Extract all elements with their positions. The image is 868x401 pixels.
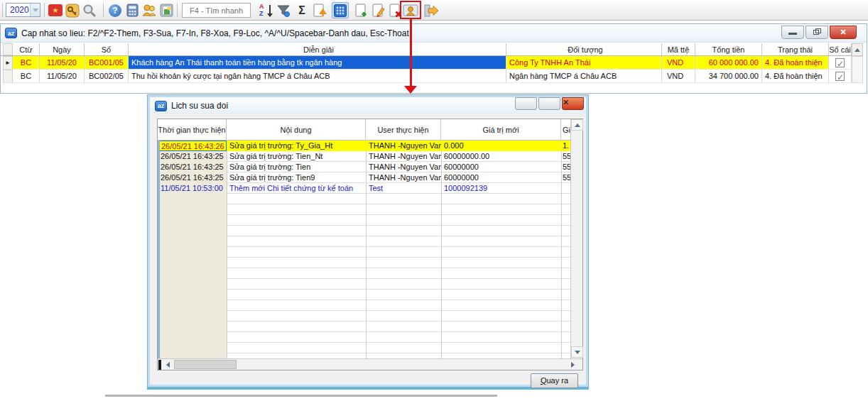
dialog-close-button[interactable]: ✕ [562,97,584,110]
column-header-tong-tien[interactable]: Tổng tiền [695,43,762,55]
sum-button[interactable]: Σ [293,2,310,18]
filter-button[interactable] [275,2,292,18]
cell-tong-tien[interactable]: 34 700 000.00 [695,70,762,83]
cell-new-value[interactable]: 60000000 [441,162,561,172]
cell-user[interactable]: THANH -Nguyen Van Tha [366,141,441,151]
cell-user[interactable]: THANH -Nguyen Van Tha [366,162,441,172]
restore-button[interactable] [805,26,828,39]
cell-tong-tien[interactable]: 60 000 000.00 [695,56,762,70]
cell-dien-giai-selected[interactable]: Khách hàng An Thái thanh toán tiền hàng … [129,56,506,70]
login-key-button[interactable] [64,2,81,18]
main-scrollbar-track[interactable] [852,56,863,83]
cell-old-value[interactable] [561,183,570,194]
column-header-dien-giai[interactable]: Diễn giải [129,43,506,55]
column-header-doi-tuong[interactable]: Đối tượng [506,43,662,55]
column-header-trang-thai[interactable]: Trạng thái [762,43,829,55]
exit-button[interactable] [423,2,440,18]
column-header-old-value[interactable]: Gi [561,119,570,141]
users-button[interactable] [141,2,158,18]
scroll-left-icon[interactable] [162,359,174,370]
column-header-so[interactable]: Số [85,43,129,55]
edit-record-button[interactable] [370,2,387,18]
close-button[interactable]: ✕ [830,26,857,39]
list-item[interactable]: 26/05/21 16:43:25 Sửa giá trị trường: Ti… [158,151,570,162]
add-record-button[interactable] [353,2,370,18]
dialog-minimize-button[interactable] [515,97,537,110]
cell-user[interactable]: Test [366,183,441,194]
pivot-grid-button[interactable] [332,2,349,18]
cell-new-value[interactable]: 1000092139 [441,183,561,194]
cell-time[interactable]: 26/05/21 16:43:25 [158,172,227,183]
dialog-vertical-scrollbar[interactable] [570,119,582,358]
cell-ngay[interactable]: 11/05/20 [40,56,85,70]
column-header-so-cai[interactable]: Sổ cái [829,43,852,55]
checkbox-checked[interactable] [835,72,845,81]
scroll-up-icon[interactable] [571,119,583,131]
chevron-down-icon[interactable] [30,4,40,16]
cell-old-value[interactable]: 55 [561,151,570,162]
column-header-new-value[interactable]: Giá trị mới [441,119,561,141]
cell-doi-tuong[interactable]: Ngân hàng TMCP á Châu ACB [506,70,662,83]
column-header-ctu[interactable]: Ctừ [13,43,40,55]
column-header-time[interactable]: Thời gian thực hiện [158,119,227,141]
list-item[interactable]: 26/05/21 16:43:25 Sửa giá trị trường: Ti… [158,162,570,172]
cell-content[interactable]: Sửa giá trị trường: Tien [227,162,366,172]
cell-new-value[interactable]: 60000000 [441,172,561,183]
minimize-button[interactable] [781,26,804,39]
cell-ctu[interactable]: BC [13,70,40,83]
cell-time[interactable]: 11/05/21 10:53:00 [158,183,227,194]
column-header-ma-tte[interactable]: Mã ttệ [662,43,695,55]
cell-ngay[interactable]: 11/05/20 [40,70,85,83]
scroll-down-icon[interactable] [571,346,583,358]
cell-ctu[interactable]: BC [13,56,40,70]
dialog-horizontal-scrollbar[interactable] [158,358,582,370]
list-item[interactable]: 26/05/21 16:43:26 Sửa giá trị trường: Ty… [158,141,570,151]
cell-ma-tte[interactable]: VND [662,70,695,83]
history-button[interactable] [403,3,418,18]
column-header-user[interactable]: User thực hiện [366,119,441,141]
scroll-right-icon[interactable] [567,359,579,370]
dialog-maximize-button[interactable] [538,97,560,110]
quick-search-input[interactable] [182,3,251,18]
cell-so[interactable]: BC001/05 [85,56,129,70]
cell-time[interactable]: 26/05/21 16:43:25 [158,162,227,172]
cell-content[interactable]: Sửa giá trị trường: Tien9 [227,172,366,183]
list-item[interactable]: 26/05/21 16:43:25 Sửa giá trị trường: Ti… [158,172,570,183]
calculator-button[interactable] [124,2,141,18]
export-button[interactable] [311,2,328,18]
cell-old-value[interactable]: 55 [561,162,570,172]
cell-trang-thai[interactable]: 4. Đã hoàn thiện [762,70,829,83]
search-button[interactable] [81,2,98,18]
table-row[interactable]: ► BC 11/05/20 BC001/05 Khách hàng An Thá… [1,56,863,70]
cell-user[interactable]: THANH -Nguyen Van Tha [366,172,441,183]
cell-new-value[interactable]: 60000000.00 [441,151,561,162]
cell-content[interactable]: Sửa giá trị trường: Tien_Nt [227,151,366,162]
cell-new-value[interactable]: 0.000 [441,141,561,151]
cell-old-value[interactable]: 1. [561,141,570,151]
help-button[interactable]: ? [107,2,124,18]
cell-so[interactable]: BC002/05 [85,70,129,83]
column-header-content[interactable]: Nội dung [227,119,366,141]
cell-user[interactable]: THANH -Nguyen Van Tha [366,151,441,162]
cell-dien-giai[interactable]: Thu hồi khoản ký cược tại ngân hàng TMCP… [129,70,506,83]
flag-button[interactable]: ★ [47,2,64,18]
cell-time[interactable]: 26/05/21 16:43:25 [158,151,227,162]
cell-doi-tuong[interactable]: Công Ty TNHH An Thái [506,56,662,70]
table-row[interactable]: BC 11/05/20 BC002/05 Thu hồi khoản ký cư… [1,70,863,83]
column-header-ngay[interactable]: Ngày [40,43,85,55]
list-item[interactable]: 11/05/21 10:53:00 Thêm mới Chi tiết chứn… [158,183,570,194]
cell-trang-thai[interactable]: 4. Đã hoàn thiện [762,56,829,70]
back-button[interactable]: Quay ra [531,373,578,388]
report-button[interactable] [158,2,175,18]
cell-content[interactable]: Sửa giá trị trường: Ty_Gia_Ht [227,141,366,151]
cell-ma-tte[interactable]: VND [662,56,695,70]
scrollbar-thumb[interactable] [174,360,237,369]
cell-content[interactable]: Thêm mới Chi tiết chứng từ kế toán [227,183,366,194]
cell-old-value[interactable]: 55 [561,172,570,183]
checkbox-checked[interactable] [835,58,845,67]
sort-button[interactable]: A Z [256,2,273,18]
year-selector[interactable]: 2020 [6,3,40,17]
main-scrollbar-up[interactable] [852,43,863,56]
column-split-handle[interactable] [158,360,161,370]
cell-time[interactable]: 26/05/21 16:43:26 [158,141,227,151]
